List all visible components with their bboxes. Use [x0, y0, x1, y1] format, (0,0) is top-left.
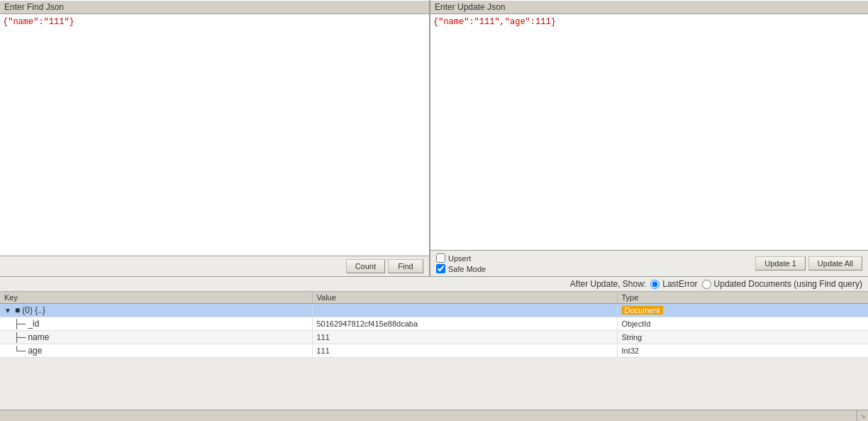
count-button[interactable]: Count	[346, 259, 385, 273]
update-panel-title: Enter Update Json	[435, 2, 505, 12]
bottom-scrollbar: ↘	[0, 410, 868, 421]
find-textarea-wrapper	[0, 14, 429, 256]
value-column-header: Value	[312, 292, 617, 304]
update1-button[interactable]: Update 1	[755, 256, 806, 270]
update-toolbar: Upsert Safe Mode Update 1 Update All	[430, 250, 868, 276]
find-panel-title: Enter Find Json	[4, 2, 64, 12]
find-json-panel: Enter Find Json Count Find	[0, 0, 430, 276]
safe-mode-row: Safe Mode	[436, 264, 486, 273]
value-cell: 50162947812cf415e88dcaba	[312, 317, 617, 331]
find-toolbar: Count Find	[0, 256, 429, 276]
last-error-option: LastError	[650, 279, 697, 289]
upsert-label: Upsert	[448, 254, 471, 263]
last-error-label: LastError	[662, 279, 697, 289]
safe-mode-label: Safe Mode	[448, 265, 486, 273]
value-cell: 111	[312, 331, 617, 344]
value-cell	[312, 304, 617, 317]
type-cell: String	[617, 331, 868, 344]
after-update-label: After Update, Show:	[570, 279, 646, 289]
results-section: Key Value Type ▼ ■ (0) {..} Document	[0, 292, 868, 410]
update-buttons: Update 1 Update All	[755, 256, 862, 270]
key-value: name	[28, 332, 49, 342]
update-textarea-wrapper	[430, 14, 868, 250]
type-cell: ObjectId	[617, 317, 868, 331]
table-row[interactable]: ├─ _id 50162947812cf415e88dcaba ObjectId	[0, 317, 868, 331]
indent: ├─	[4, 319, 26, 329]
updated-docs-radio[interactable]	[702, 280, 711, 289]
results-thead: Key Value Type	[0, 292, 868, 304]
key-value: (0) {..}	[22, 305, 45, 315]
find-panel-header: Enter Find Json	[0, 0, 429, 14]
column-headers: Key Value Type	[0, 292, 868, 304]
updated-docs-label: Updated Documents (using Find query)	[714, 279, 862, 289]
upsert-checkbox[interactable]	[436, 253, 445, 263]
resize-grip: ↘	[857, 410, 868, 422]
updated-docs-option: Updated Documents (using Find query)	[702, 279, 862, 289]
key-cell: ├─ _id	[0, 317, 312, 331]
type-column-header: Type	[617, 292, 868, 304]
key-icon: ■	[15, 305, 20, 315]
after-update-bar: After Update, Show: LastError Updated Do…	[0, 277, 868, 292]
safe-mode-checkbox[interactable]	[436, 264, 445, 273]
scrollbar-track[interactable]	[0, 410, 857, 422]
results-tbody: ▼ ■ (0) {..} Document ├─ _id 50	[0, 304, 868, 358]
indent: └─	[4, 346, 26, 356]
key-cell: ▼ ■ (0) {..}	[0, 304, 312, 317]
type-badge: Document	[622, 306, 663, 315]
update-options: Upsert Safe Mode	[436, 253, 486, 273]
update-json-panel: Enter Update Json Upsert Safe Mode	[430, 0, 868, 276]
table-row[interactable]: └─ age 111 Int32	[0, 344, 868, 358]
table-row[interactable]: ├─ name 111 String	[0, 331, 868, 344]
update-all-button[interactable]: Update All	[808, 256, 862, 270]
key-column-header: Key	[0, 292, 312, 304]
results-table: Key Value Type ▼ ■ (0) {..} Document	[0, 292, 868, 358]
upsert-row: Upsert	[436, 253, 486, 263]
find-json-input[interactable]	[0, 14, 429, 256]
type-cell: Document	[617, 304, 868, 317]
expand-arrow: ▼	[4, 307, 11, 315]
key-cell: ├─ name	[0, 331, 312, 344]
key-value: age	[28, 346, 42, 356]
indent: ├─	[4, 332, 26, 342]
value-cell: 111	[312, 344, 617, 358]
key-value: _id	[28, 319, 39, 329]
update-json-input[interactable]	[430, 14, 868, 250]
key-cell: └─ age	[0, 344, 312, 358]
last-error-radio[interactable]	[650, 280, 660, 289]
table-row[interactable]: ▼ ■ (0) {..} Document	[0, 304, 868, 317]
type-cell: Int32	[617, 344, 868, 358]
find-button[interactable]: Find	[388, 259, 423, 273]
update-panel-header: Enter Update Json	[430, 0, 868, 14]
